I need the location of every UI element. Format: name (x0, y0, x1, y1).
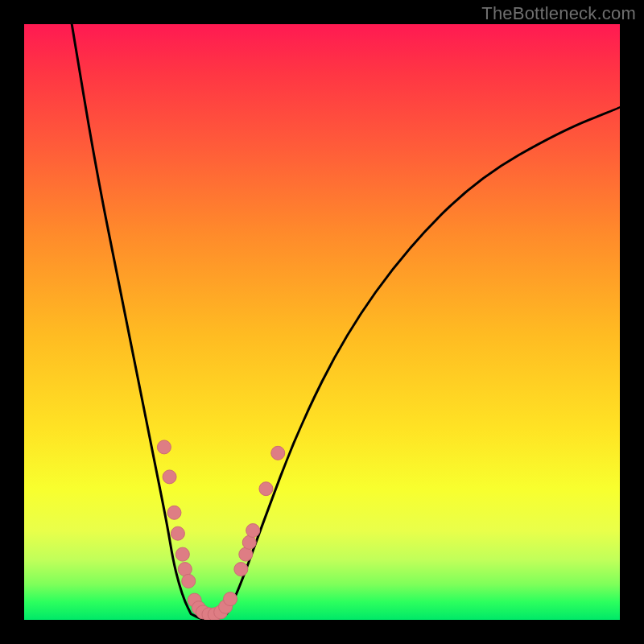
marker-dot (182, 574, 196, 588)
marker-dot (234, 563, 248, 576)
marker-dot (224, 592, 237, 606)
plot-area (24, 24, 620, 620)
marker-dot (167, 506, 181, 519)
marker-dot (259, 482, 273, 496)
curve-layer (24, 24, 620, 620)
chart-frame: TheBottleneck.com (0, 0, 644, 644)
curve-path (72, 24, 620, 620)
marker-dot (163, 470, 176, 484)
attribution-text: TheBottleneck.com (481, 3, 636, 24)
marker-dot (271, 446, 285, 460)
marker-dot (157, 440, 171, 454)
marker-dot (175, 547, 189, 561)
suggestion-markers (157, 440, 284, 620)
marker-dot (171, 526, 184, 540)
bottleneck-curve (72, 24, 620, 620)
marker-dot (246, 524, 260, 538)
